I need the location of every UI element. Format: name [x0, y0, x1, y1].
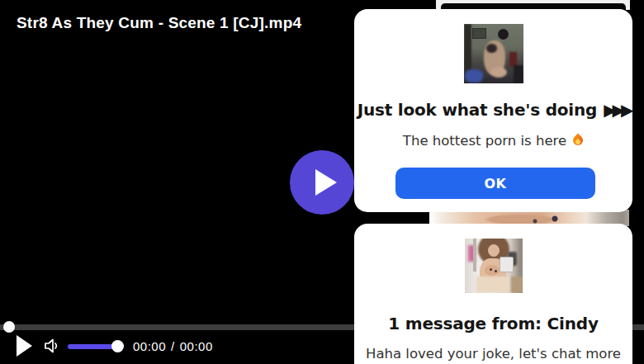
photo-detail	[465, 69, 483, 83]
photo-detail	[472, 28, 486, 39]
photo-detail	[476, 277, 509, 293]
video-title: Str8 As They Cum - Scene 1 [CJ].mp4	[17, 14, 301, 32]
photo-detail	[473, 239, 476, 272]
photo-detail	[490, 268, 492, 271]
play-icon	[17, 335, 32, 357]
play-icon	[315, 169, 337, 196]
triple-play-arrows-icon: ▶▶▶	[604, 100, 629, 120]
photo-detail	[498, 29, 509, 40]
photo-detail	[511, 277, 523, 293]
webcam-couple-thumbnail[interactable]	[464, 24, 523, 83]
duration: 00:00	[180, 339, 213, 353]
photo-detail	[495, 270, 497, 272]
offer-subtitle: The hottest porn is here	[354, 133, 632, 149]
photo-detail	[490, 67, 507, 78]
photo-detail	[486, 44, 497, 53]
big-play-button[interactable]	[290, 150, 354, 215]
offer-heading: Just look what she's doing▶▶▶	[354, 100, 632, 120]
offer-subtitle-text: The hottest porn is here	[403, 133, 566, 149]
message-heading: 1 message from: Cindy	[354, 314, 632, 333]
play-button[interactable]	[14, 335, 34, 358]
photo-detail	[514, 65, 523, 83]
volume-button[interactable]	[40, 336, 62, 357]
mirror-selfie-thumbnail[interactable]	[465, 239, 523, 293]
photo-detail	[488, 244, 500, 257]
photo-detail	[500, 257, 514, 272]
photo-detail	[485, 265, 500, 276]
volume-slider[interactable]	[68, 344, 121, 349]
page: Str8 As They Cum - Scene 1 [CJ].mp4 00:0…	[0, 0, 644, 364]
flame-icon	[573, 134, 584, 147]
current-time: 00:00	[133, 339, 166, 353]
message-popup[interactable]: 1 message from: Cindy Haha loved your jo…	[354, 224, 632, 364]
ok-button[interactable]: OK	[395, 168, 595, 199]
volume-icon	[41, 336, 61, 356]
offer-popup[interactable]: Just look what she's doing▶▶▶ The hottes…	[354, 9, 632, 212]
message-body: Haha loved your joke, let's chat more	[354, 346, 632, 362]
time-display: 00:00 / 00:00	[133, 339, 213, 353]
volume-thumb[interactable]	[111, 340, 124, 352]
time-separator: /	[171, 339, 175, 353]
progress-thumb[interactable]	[3, 321, 15, 333]
offer-heading-text: Just look what she's doing	[358, 100, 597, 120]
